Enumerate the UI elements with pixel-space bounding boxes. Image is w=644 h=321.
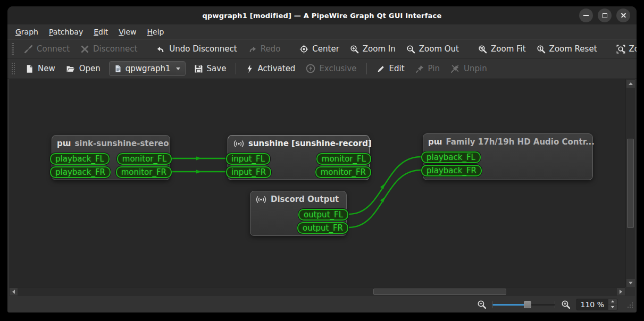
scrollbar-corner	[625, 287, 635, 296]
zoom-fit-button[interactable]: Zoom Fit	[473, 41, 531, 56]
undo-disconnect-button[interactable]: Undo Disconnect	[151, 41, 242, 56]
center-button-label: Center	[312, 44, 339, 54]
scroll-left-button[interactable]	[10, 288, 18, 295]
connection-monitor-fr-input-fr[interactable]	[172, 170, 225, 173]
close-button[interactable]	[616, 9, 630, 22]
spin-down-arrow-icon	[611, 306, 614, 308]
spin-up-button[interactable]	[608, 299, 617, 305]
statusbar-zoom-in-button[interactable]	[560, 299, 572, 310]
menu-graph[interactable]: Graph	[11, 26, 43, 38]
redo-button[interactable]: Redo	[242, 41, 286, 56]
unpin-button[interactable]: Unpin	[445, 61, 492, 76]
zoom-slider-handle[interactable]	[524, 301, 531, 308]
scroll-right-arrow-icon	[620, 290, 622, 294]
toolbar-main: Connect Disconnect Undo Disconnect Redo	[7, 39, 637, 59]
port-input-fl[interactable]: input_FL	[226, 153, 270, 165]
edit-button[interactable]: Edit	[371, 61, 410, 76]
new-button[interactable]: New	[20, 61, 61, 76]
center-button[interactable]: Center	[294, 41, 345, 56]
scroll-down-button[interactable]	[626, 279, 635, 287]
toolbar-drag-handle[interactable]	[12, 63, 15, 74]
connect-button-label: Connect	[37, 44, 70, 54]
window-resize-grip[interactable]	[626, 301, 633, 311]
zoom-reset-button[interactable]: Zoom Reset	[531, 41, 603, 56]
vertical-scrollbar[interactable]	[625, 79, 635, 288]
spin-down-button[interactable]	[608, 305, 617, 310]
connections-layer	[9, 79, 625, 288]
exclusive-button-label: Exclusive	[319, 64, 356, 73]
port-output-fr[interactable]: output_FR	[297, 222, 348, 234]
menu-patchbay[interactable]: Patchbay	[44, 26, 88, 38]
zoom-out-button[interactable]: Zoom Out	[401, 41, 464, 56]
port-monitor-fl[interactable]: monitor_FL	[316, 153, 371, 165]
disconnect-icon	[80, 45, 89, 54]
session-selector-label: qpwgraph1	[126, 64, 171, 73]
horizontal-scrollbar[interactable]	[9, 287, 625, 296]
node-sink-sunshine-stereo[interactable]: pɯ sink-sunshine-stereo playback_FL play…	[52, 135, 170, 180]
port-input-fr[interactable]: input_FR	[226, 166, 271, 178]
new-file-icon	[25, 64, 34, 73]
menu-edit[interactable]: Edit	[89, 26, 113, 38]
vertical-scrollbar-thumb[interactable]	[627, 139, 634, 228]
edit-button-label: Edit	[389, 64, 405, 73]
redo-icon	[248, 45, 257, 54]
zoom-reset-icon	[537, 45, 546, 54]
zoom-in-icon	[561, 300, 571, 309]
menu-view[interactable]: View	[114, 26, 141, 38]
zoom-range-button[interactable]: Zoom Range	[611, 41, 637, 56]
activated-button[interactable]: Activated	[240, 61, 300, 76]
port-monitor-fl[interactable]: monitor_FL	[117, 153, 172, 165]
spin-up-arrow-icon	[611, 300, 614, 302]
title-bar[interactable]: qpwgraph1 [modified] — A PipeWire Graph …	[7, 6, 637, 24]
statusbar-zoom-out-button[interactable]	[476, 299, 488, 310]
pin-button[interactable]: Pin	[410, 61, 445, 76]
port-output-fl[interactable]: output_FL	[298, 209, 348, 221]
port-playback-fl[interactable]: playback_FL	[50, 153, 110, 165]
scroll-up-arrow-icon	[629, 82, 633, 85]
status-bar: 110 %	[7, 296, 637, 312]
zoom-fit-icon	[478, 45, 487, 54]
node-title: sink-sunshine-stereo	[74, 139, 169, 148]
toolbar-file: New Open qpwgraph1 Save Act	[7, 59, 637, 79]
node-discord-output[interactable]: Discord Output output_FL output_FR	[250, 191, 347, 236]
stream-icon	[233, 139, 245, 148]
zoom-slider[interactable]	[492, 300, 555, 309]
zoom-in-icon	[350, 45, 359, 54]
open-button[interactable]: Open	[61, 61, 106, 76]
zoom-reset-button-label: Zoom Reset	[549, 44, 597, 54]
graph-canvas[interactable]: pɯ sink-sunshine-stereo playback_FL play…	[9, 79, 635, 296]
unpin-button-label: Unpin	[464, 64, 487, 73]
port-monitor-fr[interactable]: monitor_FR	[116, 166, 172, 178]
connection-monitor-fl-input-fl[interactable]	[172, 156, 225, 160]
menu-help[interactable]: Help	[143, 26, 169, 38]
save-icon	[194, 64, 203, 73]
disconnect-button[interactable]: Disconnect	[75, 41, 143, 56]
toolbar-drag-handle[interactable]	[12, 43, 14, 55]
zoom-in-button[interactable]: Zoom In	[345, 41, 401, 56]
zoom-out-icon	[477, 300, 487, 309]
exclusive-button[interactable]: Exclusive	[300, 61, 362, 76]
zoom-percent-spinbox[interactable]: 110 %	[576, 299, 617, 310]
node-family-hd-audio[interactable]: pɯ Family 17h/19h HD Audio Contr... play…	[423, 133, 593, 180]
zoom-in-button-label: Zoom In	[363, 44, 396, 54]
exclusive-icon	[306, 64, 315, 73]
port-playback-fr[interactable]: playback_FR	[50, 166, 111, 178]
port-playback-fr[interactable]: playback_FR	[421, 165, 482, 176]
scroll-up-button[interactable]	[626, 80, 635, 88]
save-button[interactable]: Save	[189, 61, 232, 76]
node-sunshine[interactable]: sunshine [sunshine-record] input_FL inpu…	[228, 135, 370, 180]
horizontal-scrollbar-thumb[interactable]	[373, 289, 506, 295]
unpin-icon	[450, 64, 460, 73]
scroll-right-button[interactable]	[617, 288, 625, 295]
port-playback-fl[interactable]: playback_FL	[421, 151, 481, 163]
session-selector[interactable]: qpwgraph1	[109, 61, 186, 76]
port-monitor-fr[interactable]: monitor_FR	[315, 166, 371, 178]
node-title: Discord Output	[271, 195, 339, 204]
app-window: qpwgraph1 [modified] — A PipeWire Graph …	[7, 6, 637, 312]
minimize-button[interactable]	[579, 9, 593, 22]
connect-button[interactable]: Connect	[19, 41, 75, 56]
zoom-percent-value: 110 %	[577, 299, 608, 310]
edit-icon	[377, 64, 386, 73]
maximize-button[interactable]	[598, 9, 612, 22]
open-folder-icon	[66, 64, 76, 73]
